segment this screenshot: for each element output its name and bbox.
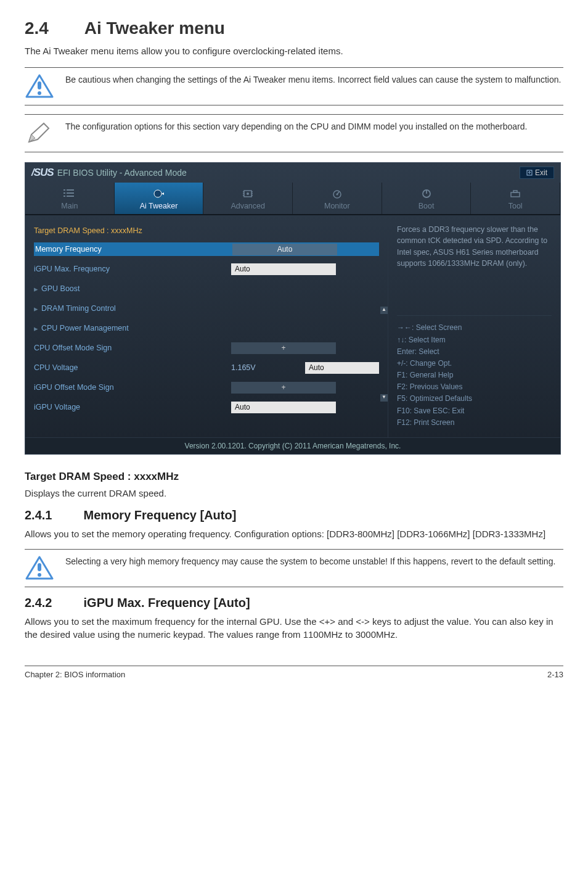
text-241: Allows you to set the memory operating f… [25,527,563,540]
row-igpu-voltage[interactable]: iGPU Voltage Auto [34,400,379,414]
text-242: Allows you to set the maximum frequency … [25,615,563,641]
hint-f2: F2: Previous Values [397,381,552,393]
tab-tool[interactable]: Tool [471,183,560,214]
svg-point-18 [38,573,41,577]
svg-rect-5 [63,192,65,194]
tab-monitor[interactable]: Monitor [293,183,382,214]
svg-rect-16 [513,191,517,192]
tab-main-label: Main [28,202,112,210]
target-dram-speed-label: Target DRAM Speed : xxxxMHz [34,226,379,235]
hint-f1: F1: General Help [397,369,552,381]
svg-rect-17 [38,563,41,571]
svg-rect-15 [511,192,520,197]
bios-main-panel: Target DRAM Speed : xxxxMHz Memory Frequ… [25,215,388,437]
exit-icon [526,170,533,176]
footer-pagenum: 2-13 [547,670,563,679]
svg-point-1 [38,91,41,95]
caution-icon [25,74,54,99]
tab-ai-tweaker[interactable]: Ai Tweaker [115,183,204,214]
scrollbar-up[interactable]: ▲ [380,307,388,314]
tab-main[interactable]: Main [25,183,115,214]
igpu-voltage-value[interactable]: Auto [231,402,336,413]
chevron-right-icon: ▸ [34,304,41,313]
tab-ai-label: Ai Tweaker [117,202,201,210]
cpu-voltage-field[interactable]: Auto [305,362,379,374]
caution-icon [25,556,54,580]
hint-enter: Enter: Select [397,346,552,358]
cpu-voltage-readout: 1.165V [231,363,305,372]
help-text: Forces a DDR3 frequency slower than the … [397,224,552,270]
subsection-242-title: iGPU Max. Frequency [Auto] [84,596,250,609]
caution-text: Be cautious when changing the settings o… [65,74,561,86]
memory-frequency-value[interactable]: Auto [232,244,337,255]
chip-icon [242,189,254,199]
svg-point-9 [154,190,161,197]
note-block-1: The configuration options for this secti… [25,114,563,152]
igpu-max-freq-value[interactable]: Auto [231,263,336,275]
section-title: Ai Tweaker menu [84,19,225,38]
svg-rect-7 [63,196,65,197]
dram-timing-label: DRAM Timing Control [41,304,239,313]
scrollbar-down[interactable]: ▼ [380,394,388,402]
hint-f12: F12: Print Screen [397,417,552,429]
cpu-offset-sign-label: CPU Offset Mode Sign [34,344,231,352]
row-gpu-boost[interactable]: ▸ GPU Boost [34,282,379,295]
subsection-242: 2.4.2 iGPU Max. Frequency [Auto] [25,596,563,610]
subsection-241-num: 2.4.1 [25,508,80,522]
row-igpu-offset-sign[interactable]: iGPU Offset Mode Sign + [34,381,379,394]
subsection-241: 2.4.1 Memory Frequency [Auto] [25,508,563,522]
cpu-offset-sign-value[interactable]: + [231,342,336,354]
tab-boot[interactable]: Boot [382,183,472,214]
note-text: The configuration options for this secti… [65,121,527,133]
monitor-icon [331,189,343,199]
hint-select-item: ↑↓: Select Item [397,334,552,346]
hint-select-screen: →←: Select Screen [397,322,552,334]
svg-rect-6 [67,192,74,194]
chevron-right-icon: ▸ [34,284,41,294]
tab-advanced[interactable]: Advanced [203,183,293,214]
row-memory-frequency[interactable]: Memory Frequency Auto [34,242,379,256]
row-cpu-power-mgmt[interactable]: ▸ CPU Power Management [34,321,379,335]
tweaker-icon [153,189,165,199]
svg-rect-4 [67,189,74,191]
igpu-voltage-label: iGPU Voltage [34,403,231,411]
intro-text: The Ai Tweaker menu items allow you to c… [25,46,563,56]
section-number: 2.4 [25,19,80,38]
bios-version-footer: Version 2.00.1201. Copyright (C) 2011 Am… [25,437,560,454]
tab-tool-label: Tool [473,202,557,210]
cpu-power-mgmt-label: CPU Power Management [41,324,239,332]
hint-f5: F5: Optimized Defaults [397,393,552,405]
caution-block-2: Selecting a very high memory frequency m… [25,549,563,587]
svg-point-13 [336,194,338,196]
bios-titlebar: /SUS EFI BIOS Utility - Advanced Mode Ex… [25,163,560,183]
text-target-dram: Displays the current DRAM speed. [25,487,563,500]
caution-text-2: Selecting a very high memory frequency m… [65,556,555,568]
igpu-offset-sign-value[interactable]: + [231,382,336,394]
svg-point-11 [247,192,249,195]
tab-adv-label: Advanced [206,202,290,210]
list-icon [63,189,76,199]
svg-rect-0 [38,81,41,89]
tab-boot-label: Boot [385,202,468,210]
hint-f10-esc: F10: Save ESC: Exit [397,405,552,417]
row-cpu-voltage[interactable]: CPU Voltage 1.165V Auto [34,361,379,374]
exit-button[interactable]: Exit [520,167,554,179]
page-footer: Chapter 2: BIOS information 2-13 [25,666,563,679]
svg-rect-3 [63,189,65,191]
tool-icon [509,189,521,199]
chevron-right-icon: ▸ [34,324,41,333]
tab-mon-label: Monitor [295,202,379,210]
subsection-241-title: Memory Frequency [Auto] [84,508,237,522]
bios-body: Target DRAM Speed : xxxxMHz Memory Frequ… [25,215,560,437]
bios-side-panel: Forces a DDR3 frequency slower than the … [388,215,560,437]
row-cpu-offset-sign[interactable]: CPU Offset Mode Sign + [34,341,379,355]
asus-logo: /SUS [31,167,54,179]
row-igpu-max-freq[interactable]: iGPU Max. Frequency Auto [34,262,379,276]
hint-change-opt: +/-: Change Opt. [397,358,552,369]
row-dram-timing[interactable]: ▸ DRAM Timing Control [34,302,379,315]
bios-title: EFI BIOS Utility - Advanced Mode [57,168,187,178]
pencil-icon [25,121,54,146]
igpu-offset-sign-label: iGPU Offset Mode Sign [34,383,231,392]
svg-rect-8 [67,196,74,197]
bios-window: /SUS EFI BIOS Utility - Advanced Mode Ex… [25,162,561,455]
